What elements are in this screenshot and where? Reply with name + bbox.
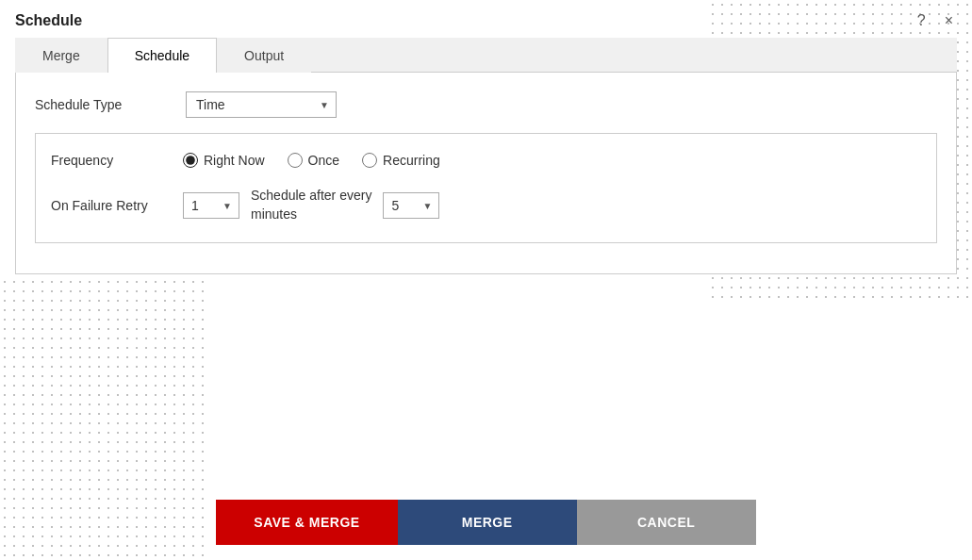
dialog: Schedule ? × Merge Schedule Output Sched… xyxy=(0,0,972,560)
retry-select-wrapper: 1 2 3 4 5 xyxy=(183,192,239,219)
on-failure-retry-label: On Failure Retry xyxy=(51,198,183,213)
close-button[interactable]: × xyxy=(941,11,957,30)
footer: SAVE & MERGE MERGE CANCEL xyxy=(0,485,972,560)
radio-right-now[interactable]: Right Now xyxy=(183,153,265,168)
tab-merge[interactable]: Merge xyxy=(15,38,107,73)
tabs: Merge Schedule Output xyxy=(15,38,957,73)
on-failure-retry-row: On Failure Retry 1 2 3 4 5 xyxy=(51,187,921,223)
schedule-after-text: Schedule after every minutes xyxy=(251,187,371,223)
retry-select[interactable]: 1 2 3 4 5 xyxy=(183,192,239,219)
schedule-panel: Schedule Type Time Event Manual Frequenc… xyxy=(15,73,957,274)
dialog-title: Schedule xyxy=(15,12,82,29)
frequency-row: Frequency Right Now Once Recurring xyxy=(51,153,921,168)
interval-select[interactable]: 1 2 3 5 10 15 30 xyxy=(383,192,439,219)
interval-select-wrapper: 1 2 3 5 10 15 30 xyxy=(383,192,439,219)
frequency-radio-group: Right Now Once Recurring xyxy=(183,153,440,168)
frequency-label: Frequency xyxy=(51,153,183,168)
inner-box: Frequency Right Now Once Recurring xyxy=(35,133,937,243)
radio-recurring[interactable]: Recurring xyxy=(362,153,440,168)
retry-controls: 1 2 3 4 5 Schedule after every minut xyxy=(183,187,439,223)
schedule-type-select[interactable]: Time Event Manual xyxy=(186,91,337,118)
cancel-button[interactable]: CANCEL xyxy=(577,500,756,545)
radio-once[interactable]: Once xyxy=(288,153,339,168)
schedule-type-wrapper: Time Event Manual xyxy=(186,91,337,118)
merge-button[interactable]: MERGE xyxy=(398,500,577,545)
save-merge-button[interactable]: SAVE & MERGE xyxy=(216,500,397,545)
title-actions: ? × xyxy=(914,11,957,30)
tab-output[interactable]: Output xyxy=(217,38,311,73)
title-bar: Schedule ? × xyxy=(0,0,972,38)
help-button[interactable]: ? xyxy=(914,11,930,30)
schedule-type-row: Schedule Type Time Event Manual xyxy=(35,91,937,118)
main-content: Merge Schedule Output Schedule Type Time… xyxy=(0,38,972,485)
tab-schedule[interactable]: Schedule xyxy=(107,38,217,73)
schedule-type-label: Schedule Type xyxy=(35,97,186,112)
